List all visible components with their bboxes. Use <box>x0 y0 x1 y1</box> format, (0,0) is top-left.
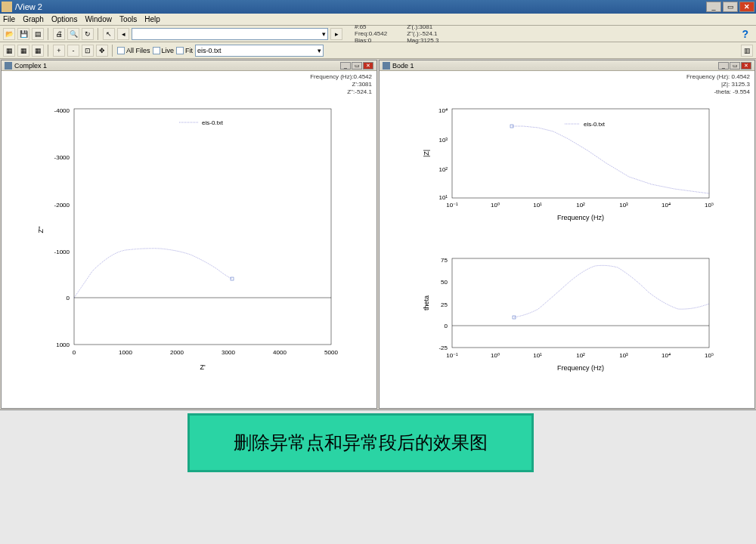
svg-rect-0 <box>74 109 331 345</box>
grid1-icon[interactable]: ▦ <box>3 45 15 57</box>
svg-text:Frequency (Hz): Frequency (Hz) <box>557 364 604 372</box>
svg-text:10⁴: 10⁴ <box>662 352 671 359</box>
svg-text:10⁵: 10⁵ <box>705 202 714 209</box>
title-bar: /View 2 _ ▭ ✕ <box>0 0 756 14</box>
svg-text:25: 25 <box>441 301 448 308</box>
svg-text:75: 75 <box>441 257 448 264</box>
pane-bode: Bode 1 _ ▭ ✕ Frequency (Hz): 0.4542|Z|: … <box>379 60 755 409</box>
svg-text:10²: 10² <box>438 166 448 173</box>
file-combo-2[interactable]: eis-0.txt▾ <box>195 45 324 57</box>
svg-text:-3000: -3000 <box>54 154 70 161</box>
svg-text:10³: 10³ <box>438 137 448 144</box>
svg-text:-2000: -2000 <box>54 202 70 209</box>
svg-text:10³: 10³ <box>619 202 628 209</box>
svg-text:10⁵: 10⁵ <box>705 352 714 359</box>
menu-options[interactable]: Options <box>51 15 77 23</box>
minimize-button[interactable]: _ <box>706 2 721 12</box>
help-icon[interactable]: ? <box>742 28 748 40</box>
zoomout-icon[interactable]: - <box>67 45 79 57</box>
maximize-button[interactable]: ▭ <box>723 2 738 12</box>
svg-text:10¹: 10¹ <box>533 352 542 359</box>
prev-icon[interactable]: ◂ <box>117 28 129 40</box>
status-left: #:65Freq:0.4542Bias:0 <box>355 23 387 44</box>
saveall-icon[interactable]: ▤ <box>32 28 44 40</box>
svg-text:eis-0.txt: eis-0.txt <box>584 121 606 128</box>
pane-icon <box>5 62 12 70</box>
annotation-callout: 删除异常点和异常段后的效果图 <box>187 413 534 472</box>
svg-text:10²: 10² <box>576 352 585 359</box>
svg-text:theta: theta <box>423 295 430 311</box>
svg-text:10²: 10² <box>576 202 585 209</box>
pane-bode-header[interactable]: Bode 1 _ ▭ ✕ <box>380 60 754 71</box>
fit-icon[interactable]: ⊡ <box>82 45 94 57</box>
svg-text:10³: 10³ <box>619 352 628 359</box>
svg-text:1000: 1000 <box>119 349 132 356</box>
pane-min-button[interactable]: _ <box>718 62 729 70</box>
workspace: Complex 1 _ ▭ ✕ Frequency (Hz):0.4542Z':… <box>0 59 756 410</box>
save-icon[interactable]: 💾 <box>17 28 29 40</box>
zoomin-icon[interactable]: + <box>53 45 65 57</box>
pane-complex-header[interactable]: Complex 1 _ ▭ ✕ <box>2 60 376 71</box>
svg-text:2000: 2000 <box>170 349 184 356</box>
app-icon <box>2 2 12 12</box>
svg-text:Z': Z' <box>200 363 205 371</box>
svg-text:1000: 1000 <box>56 342 70 348</box>
svg-text:10¹: 10¹ <box>533 202 542 209</box>
toolbar-1: 📂 💾 ▤ 🖨 🔍 ↻ ↖ ◂ ▾ ▸ #:65Freq:0.4542Bias:… <box>0 26 756 42</box>
svg-text:-25: -25 <box>438 345 448 351</box>
cursor-icon[interactable]: ↖ <box>103 28 115 40</box>
svg-text:10⁻¹: 10⁻¹ <box>446 352 458 359</box>
pane-icon <box>383 62 390 70</box>
svg-rect-19 <box>452 109 709 198</box>
svg-text:0: 0 <box>67 295 70 301</box>
svg-text:-4000: -4000 <box>54 107 70 114</box>
svg-text:10⁻¹: 10⁻¹ <box>446 202 458 209</box>
fit-checkbox[interactable]: Fit <box>176 47 193 54</box>
open-icon[interactable]: 📂 <box>3 28 15 40</box>
menu-tools[interactable]: Tools <box>119 15 137 23</box>
pane-complex-title: Complex 1 <box>14 62 47 70</box>
svg-text:10⁴: 10⁴ <box>438 107 448 114</box>
svg-text:50: 50 <box>441 279 448 286</box>
file-combo-1[interactable]: ▾ <box>132 28 328 40</box>
svg-text:Frequency (Hz): Frequency (Hz) <box>557 214 604 221</box>
svg-text:4000: 4000 <box>273 349 287 356</box>
window-title: /View 2 <box>15 2 42 11</box>
svg-text:3000: 3000 <box>222 349 235 356</box>
svg-text:Z'': Z'' <box>37 226 45 233</box>
svg-text:0: 0 <box>445 323 448 329</box>
svg-text:0: 0 <box>73 349 76 356</box>
pane-max-button[interactable]: ▭ <box>352 62 362 70</box>
svg-text:10⁰: 10⁰ <box>491 202 500 209</box>
pane-complex: Complex 1 _ ▭ ✕ Frequency (Hz):0.4542Z':… <box>1 60 377 409</box>
grid2-icon[interactable]: ▦ <box>17 45 29 57</box>
print-icon[interactable]: 🖨 <box>53 28 65 40</box>
pane-max-button[interactable]: ▭ <box>730 62 740 70</box>
pane-close-button[interactable]: ✕ <box>741 62 751 70</box>
allfiles-checkbox[interactable]: All Files <box>117 47 150 54</box>
svg-text:5000: 5000 <box>324 349 338 356</box>
status-right: Z'(.):3081Z''(.):-524.1Mag:3125.3 <box>407 23 438 44</box>
bode-plots[interactable]: 10⁴ 10³ 10² 10¹ 10⁻¹ 10⁰ 10¹ 10² 10³ 10⁴… <box>380 71 754 408</box>
svg-text:eis-0.txt: eis-0.txt <box>202 119 224 126</box>
menu-graph[interactable]: Graph <box>23 15 44 23</box>
svg-text:-1000: -1000 <box>54 249 70 255</box>
next-icon[interactable]: ▸ <box>330 28 342 40</box>
grid3-icon[interactable]: ▦ <box>32 45 44 57</box>
pane-close-button[interactable]: ✕ <box>363 62 373 70</box>
close-button[interactable]: ✕ <box>739 2 754 12</box>
pane-bode-title: Bode 1 <box>392 62 414 70</box>
pan-icon[interactable]: ✥ <box>96 45 108 57</box>
menu-window[interactable]: Window <box>85 15 112 23</box>
live-checkbox[interactable]: Live <box>153 47 175 54</box>
nyquist-plot[interactable]: -4000 -3000 -2000 -1000 0 1000 0 1000 20… <box>2 71 376 408</box>
tool-x-icon[interactable]: ▥ <box>741 45 753 57</box>
pane-min-button[interactable]: _ <box>340 62 351 70</box>
svg-text:10⁴: 10⁴ <box>662 202 671 209</box>
svg-text:10¹: 10¹ <box>438 194 448 201</box>
zoom-icon[interactable]: 🔍 <box>67 28 79 40</box>
refresh-icon[interactable]: ↻ <box>82 28 94 40</box>
svg-text:10⁰: 10⁰ <box>491 352 500 359</box>
menu-help[interactable]: Help <box>144 15 160 23</box>
menu-file[interactable]: File <box>3 15 15 23</box>
